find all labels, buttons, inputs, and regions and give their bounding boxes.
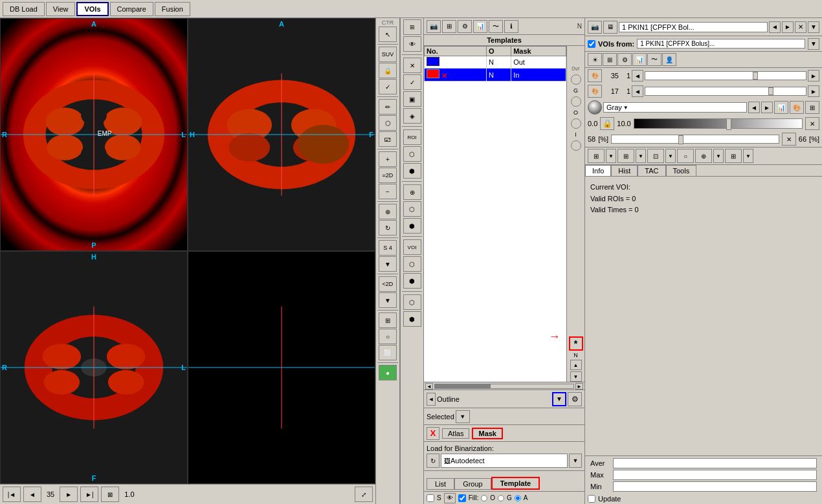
brain-expand[interactable]: ⤢ <box>355 487 373 502</box>
tab-tac[interactable]: TAC <box>638 165 665 176</box>
menu-view[interactable]: View <box>46 2 76 16</box>
min-input[interactable] <box>613 481 817 492</box>
slider2-track[interactable] <box>645 87 806 96</box>
tab-info[interactable]: Info <box>585 165 611 176</box>
atlas-btn[interactable]: Atlas <box>442 428 469 439</box>
x-close-btn[interactable]: X <box>427 427 439 440</box>
tool-s4[interactable]: S 4 <box>379 240 397 256</box>
brain-cell-bottom-right[interactable] <box>188 251 375 484</box>
tool2-b7[interactable]: ⬡ <box>403 256 421 272</box>
marker-circle3[interactable] <box>571 118 581 129</box>
tool-move[interactable]: ⊕ <box>379 204 397 219</box>
menu-vois[interactable]: VOIs <box>76 2 108 16</box>
outline-settings-btn[interactable]: ⚙ <box>568 392 582 406</box>
tool-cursor[interactable]: ↖ <box>379 27 397 42</box>
slider2-left[interactable]: ◄ <box>632 85 643 97</box>
color-mode-wave2[interactable]: 〜 <box>647 53 661 66</box>
slider1-icon[interactable]: 🎨 <box>588 69 602 82</box>
tab-hist[interactable]: Hist <box>611 165 638 176</box>
gray-icon-btn3[interactable]: ⊞ <box>805 101 819 114</box>
menu-db-load[interactable]: DB Load <box>3 2 45 16</box>
right-nav-left[interactable]: ◄ <box>769 21 781 33</box>
outline-dropdown-btn[interactable]: ▼ <box>552 392 566 406</box>
eye-btn[interactable]: 👁 <box>444 493 456 503</box>
ict-btn3[interactable]: ⊡ <box>647 149 664 163</box>
brain-nav-next-next[interactable]: ►| <box>80 487 98 502</box>
outline-left-arrow[interactable]: ◄ <box>427 393 436 406</box>
fill-o-radio[interactable] <box>481 495 487 501</box>
voi-icon-camera[interactable]: 📷 <box>427 20 441 33</box>
scroll-track[interactable] <box>434 384 574 389</box>
tool-stamp[interactable]: 🖃 <box>379 131 397 147</box>
mask-btn[interactable]: Mask <box>472 428 503 439</box>
slider1-left[interactable]: ◄ <box>632 70 643 82</box>
menu-compare[interactable]: Compare <box>110 2 153 16</box>
brain-nav-prev[interactable]: ◄ <box>23 487 41 502</box>
tool2-b1[interactable]: ▣ <box>403 91 421 107</box>
tool2-check2[interactable]: ✓ <box>403 74 421 90</box>
pct-slider-track[interactable] <box>611 135 779 144</box>
color-mode-sun[interactable]: ☀ <box>588 53 602 66</box>
gray-next[interactable]: ► <box>761 102 773 113</box>
ict-btn1[interactable]: ⊞ <box>588 149 605 163</box>
slider1-track[interactable] <box>645 71 806 80</box>
tool-voi-move[interactable]: ⊞ <box>379 312 397 328</box>
tool2-b5[interactable]: ⬡ <box>403 201 421 217</box>
fill-checkbox[interactable] <box>458 494 466 502</box>
ict-drop2[interactable]: ▼ <box>636 149 646 163</box>
tool-rotate[interactable]: ↻ <box>379 220 397 236</box>
voi-icon-chart[interactable]: 📊 <box>473 20 487 33</box>
tab-template[interactable]: Template <box>491 477 540 490</box>
marker-circle4[interactable] <box>571 140 581 151</box>
color-mode-chart2[interactable]: 📊 <box>632 53 647 66</box>
binarize-refresh-btn[interactable]: ↻ <box>427 454 439 468</box>
binarize-dropdown-btn[interactable]: ▼ <box>569 454 582 468</box>
minmax-reset-btn[interactable]: ✕ <box>805 117 819 130</box>
brain-cell-top-right[interactable]: A H F <box>188 18 375 251</box>
aver-input[interactable] <box>613 458 817 468</box>
tab-group[interactable]: Group <box>454 478 491 490</box>
tool2-b2[interactable]: ◈ <box>403 108 421 124</box>
ict-btn2[interactable]: ⊞ <box>617 149 634 163</box>
slider1-right[interactable]: ► <box>808 70 819 82</box>
tool-pen[interactable]: ✏ <box>379 99 397 115</box>
right-nav-right[interactable]: ► <box>782 21 794 33</box>
tool-circle[interactable]: ○ <box>379 329 397 344</box>
asterisk-button-highlighted[interactable]: * <box>569 336 583 351</box>
ict-btn4[interactable]: ○ <box>677 149 694 163</box>
scroll-right[interactable]: ► <box>575 383 583 389</box>
right-close-btn[interactable]: ✕ <box>795 21 806 33</box>
tool-suv[interactable]: SUV <box>379 47 397 62</box>
marker-circle1[interactable] <box>571 74 581 85</box>
gray-icon-btn2[interactable]: 🎨 <box>790 101 804 114</box>
gray-prev[interactable]: ◄ <box>748 102 760 113</box>
tool2-move2[interactable]: ⊕ <box>403 184 421 200</box>
templates-scrollbar[interactable]: ◄ ► <box>424 382 584 389</box>
tool-fill[interactable]: ⬡ <box>379 115 397 131</box>
tool2-b3[interactable]: ⬡ <box>403 146 421 162</box>
slider2-icon[interactable]: 🎨 <box>588 85 602 98</box>
tool-check[interactable]: ✓ <box>379 79 397 94</box>
table-row-selected[interactable]: ✕ N In <box>425 69 566 82</box>
ict-drop4[interactable]: ▼ <box>713 149 724 163</box>
voi-icon-settings[interactable]: ⚙ <box>458 20 472 33</box>
tool2-b4[interactable]: ⬢ <box>403 163 421 179</box>
selected-dropdown-btn[interactable]: ▼ <box>456 410 470 423</box>
ict-btn5[interactable]: ⊕ <box>695 149 712 163</box>
brain-zoom-fit[interactable]: ⊠ <box>101 487 119 502</box>
menu-fusion[interactable]: Fusion <box>155 2 190 16</box>
tool2-b9[interactable]: ⬡ <box>403 294 421 310</box>
slider2-right[interactable]: ► <box>808 85 819 97</box>
tool2-b8[interactable]: ⬢ <box>403 273 421 289</box>
marker-down[interactable]: ▼ <box>570 371 582 382</box>
voi-from-checkbox[interactable] <box>588 40 595 48</box>
tool-less2d[interactable]: <2D <box>379 276 397 292</box>
tool2-voi2[interactable]: VOI <box>403 239 421 255</box>
gray-dropdown[interactable]: Gray ▼ <box>603 102 747 113</box>
tab-list[interactable]: List <box>427 478 454 490</box>
tool-plus[interactable]: + <box>379 151 397 167</box>
voi-icon-info[interactable]: ℹ <box>504 20 518 33</box>
marker-up[interactable]: ▲ <box>570 360 582 370</box>
ict-drop5[interactable]: ▼ <box>743 149 753 163</box>
marker-circle2[interactable] <box>571 96 581 107</box>
